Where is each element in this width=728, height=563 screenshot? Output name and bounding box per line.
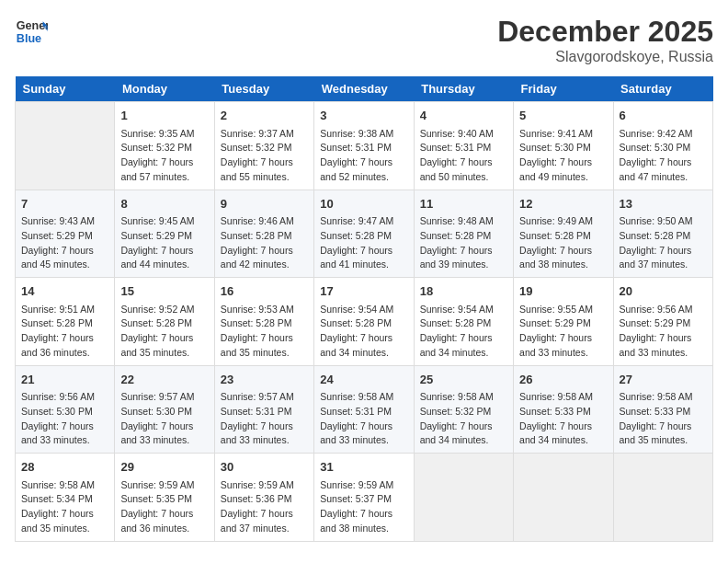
weekday-wednesday: Wednesday (314, 76, 414, 102)
logo: General Blue (15, 15, 48, 48)
day-number: 21 (21, 371, 108, 389)
day-number: 6 (620, 107, 707, 125)
calendar-cell: 9Sunrise: 9:46 AMSunset: 5:28 PMDaylight… (214, 190, 313, 278)
week-row-3: 14Sunrise: 9:51 AMSunset: 5:28 PMDayligh… (16, 278, 713, 366)
cell-info: Sunrise: 9:45 AMSunset: 5:29 PMDaylight:… (120, 214, 208, 272)
calendar-table: SundayMondayTuesdayWednesdayThursdayFrid… (15, 76, 713, 542)
day-number: 25 (420, 371, 507, 389)
day-number: 10 (320, 195, 407, 213)
day-number: 18 (420, 282, 507, 301)
day-number: 29 (120, 458, 208, 477)
cell-info: Sunrise: 9:43 AMSunset: 5:29 PMDaylight:… (21, 214, 108, 272)
day-number: 13 (620, 195, 707, 213)
calendar-cell (613, 454, 712, 542)
cell-info: Sunrise: 9:58 AMSunset: 5:33 PMDaylight:… (620, 390, 707, 448)
calendar-cell: 10Sunrise: 9:47 AMSunset: 5:28 PMDayligh… (314, 190, 414, 278)
calendar-cell: 6Sunrise: 9:42 AMSunset: 5:30 PMDaylight… (613, 102, 712, 190)
weekday-saturday: Saturday (613, 76, 712, 102)
cell-info: Sunrise: 9:58 AMSunset: 5:32 PMDaylight:… (420, 390, 507, 448)
cell-info: Sunrise: 9:54 AMSunset: 5:28 PMDaylight:… (320, 303, 407, 361)
cell-info: Sunrise: 9:53 AMSunset: 5:28 PMDaylight:… (221, 303, 308, 361)
calendar-cell (414, 454, 513, 542)
weekday-monday: Monday (115, 76, 214, 102)
cell-info: Sunrise: 9:38 AMSunset: 5:31 PMDaylight:… (320, 127, 407, 185)
cell-info: Sunrise: 9:48 AMSunset: 5:28 PMDaylight:… (420, 214, 507, 272)
week-row-5: 28Sunrise: 9:58 AMSunset: 5:34 PMDayligh… (16, 454, 713, 542)
cell-info: Sunrise: 9:58 AMSunset: 5:34 PMDaylight:… (21, 478, 108, 536)
weekday-thursday: Thursday (414, 76, 513, 102)
calendar-cell: 19Sunrise: 9:55 AMSunset: 5:29 PMDayligh… (514, 278, 613, 366)
cell-info: Sunrise: 9:40 AMSunset: 5:31 PMDaylight:… (420, 127, 507, 185)
calendar-cell: 12Sunrise: 9:49 AMSunset: 5:28 PMDayligh… (514, 190, 613, 278)
calendar-cell: 20Sunrise: 9:56 AMSunset: 5:29 PMDayligh… (613, 278, 712, 366)
week-row-1: 1Sunrise: 9:35 AMSunset: 5:32 PMDaylight… (16, 102, 713, 190)
cell-info: Sunrise: 9:51 AMSunset: 5:28 PMDaylight:… (21, 303, 108, 361)
cell-info: Sunrise: 9:56 AMSunset: 5:30 PMDaylight:… (21, 390, 108, 448)
day-number: 4 (420, 107, 507, 125)
calendar-cell: 21Sunrise: 9:56 AMSunset: 5:30 PMDayligh… (16, 365, 115, 454)
calendar-cell: 4Sunrise: 9:40 AMSunset: 5:31 PMDaylight… (414, 102, 513, 190)
day-number: 20 (620, 282, 707, 301)
cell-info: Sunrise: 9:59 AMSunset: 5:36 PMDaylight:… (221, 478, 308, 536)
day-number: 7 (21, 195, 108, 213)
calendar-cell: 22Sunrise: 9:57 AMSunset: 5:30 PMDayligh… (115, 365, 214, 454)
calendar-cell: 17Sunrise: 9:54 AMSunset: 5:28 PMDayligh… (314, 278, 414, 366)
calendar-cell: 14Sunrise: 9:51 AMSunset: 5:28 PMDayligh… (16, 278, 115, 366)
day-number: 26 (519, 371, 607, 389)
cell-info: Sunrise: 9:46 AMSunset: 5:28 PMDaylight:… (221, 214, 308, 272)
calendar-cell: 16Sunrise: 9:53 AMSunset: 5:28 PMDayligh… (214, 278, 313, 366)
cell-info: Sunrise: 9:47 AMSunset: 5:28 PMDaylight:… (320, 214, 407, 272)
calendar-cell (16, 102, 115, 190)
day-number: 15 (120, 282, 208, 301)
weekday-friday: Friday (514, 76, 613, 102)
cell-info: Sunrise: 9:58 AMSunset: 5:31 PMDaylight:… (320, 390, 407, 448)
weekday-tuesday: Tuesday (214, 76, 313, 102)
calendar-cell: 31Sunrise: 9:59 AMSunset: 5:37 PMDayligh… (314, 454, 414, 542)
cell-info: Sunrise: 9:57 AMSunset: 5:30 PMDaylight:… (120, 390, 208, 448)
cell-info: Sunrise: 9:49 AMSunset: 5:28 PMDaylight:… (519, 214, 607, 272)
month-year: December 2025 (497, 15, 713, 49)
cell-info: Sunrise: 9:59 AMSunset: 5:37 PMDaylight:… (320, 478, 407, 536)
week-row-4: 21Sunrise: 9:56 AMSunset: 5:30 PMDayligh… (16, 365, 713, 454)
day-number: 30 (221, 458, 308, 477)
calendar-cell: 5Sunrise: 9:41 AMSunset: 5:30 PMDaylight… (514, 102, 613, 190)
day-number: 14 (21, 282, 108, 301)
calendar-cell: 3Sunrise: 9:38 AMSunset: 5:31 PMDaylight… (314, 102, 414, 190)
day-number: 12 (519, 195, 607, 213)
day-number: 17 (320, 282, 407, 301)
day-number: 16 (221, 282, 308, 301)
day-number: 22 (120, 371, 208, 389)
day-number: 19 (519, 282, 607, 301)
calendar-cell: 23Sunrise: 9:57 AMSunset: 5:31 PMDayligh… (214, 365, 313, 454)
cell-info: Sunrise: 9:55 AMSunset: 5:29 PMDaylight:… (519, 303, 607, 361)
day-number: 3 (320, 107, 407, 125)
calendar-cell: 29Sunrise: 9:59 AMSunset: 5:35 PMDayligh… (115, 454, 214, 542)
day-number: 8 (120, 195, 208, 213)
calendar-cell: 13Sunrise: 9:50 AMSunset: 5:28 PMDayligh… (613, 190, 712, 278)
week-row-2: 7Sunrise: 9:43 AMSunset: 5:29 PMDaylight… (16, 190, 713, 278)
location: Slavgorodskoye, Russia (497, 49, 713, 65)
day-number: 2 (221, 107, 308, 125)
day-number: 24 (320, 371, 407, 389)
weekday-sunday: Sunday (16, 76, 115, 102)
day-number: 9 (221, 195, 308, 213)
day-number: 5 (519, 107, 607, 125)
calendar-cell: 18Sunrise: 9:54 AMSunset: 5:28 PMDayligh… (414, 278, 513, 366)
cell-info: Sunrise: 9:37 AMSunset: 5:32 PMDaylight:… (221, 127, 308, 185)
calendar-cell: 8Sunrise: 9:45 AMSunset: 5:29 PMDaylight… (115, 190, 214, 278)
cell-info: Sunrise: 9:42 AMSunset: 5:30 PMDaylight:… (620, 127, 707, 185)
day-number: 11 (420, 195, 507, 213)
cell-info: Sunrise: 9:59 AMSunset: 5:35 PMDaylight:… (120, 478, 208, 536)
cell-info: Sunrise: 9:41 AMSunset: 5:30 PMDaylight:… (519, 127, 607, 185)
cell-info: Sunrise: 9:56 AMSunset: 5:29 PMDaylight:… (620, 303, 707, 361)
cell-info: Sunrise: 9:35 AMSunset: 5:32 PMDaylight:… (120, 127, 208, 185)
cell-info: Sunrise: 9:54 AMSunset: 5:28 PMDaylight:… (420, 303, 507, 361)
calendar-cell: 26Sunrise: 9:58 AMSunset: 5:33 PMDayligh… (514, 365, 613, 454)
day-number: 28 (21, 458, 108, 477)
calendar-cell: 25Sunrise: 9:58 AMSunset: 5:32 PMDayligh… (414, 365, 513, 454)
day-number: 27 (620, 371, 707, 389)
calendar-cell: 2Sunrise: 9:37 AMSunset: 5:32 PMDaylight… (214, 102, 313, 190)
cell-info: Sunrise: 9:58 AMSunset: 5:33 PMDaylight:… (519, 390, 607, 448)
day-number: 1 (120, 107, 208, 125)
calendar-cell: 24Sunrise: 9:58 AMSunset: 5:31 PMDayligh… (314, 365, 414, 454)
